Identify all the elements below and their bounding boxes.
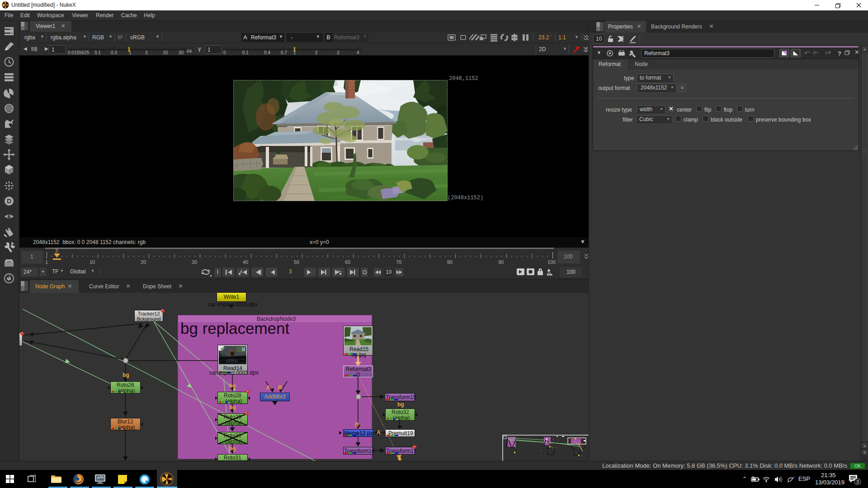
svg-text:70: 70 [396, 259, 401, 265]
svg-text:10: 10 [90, 259, 95, 265]
svg-text:50: 50 [294, 259, 299, 265]
svg-text:40: 40 [243, 259, 248, 265]
svg-text:3: 3 [337, 50, 340, 55]
svg-text:?: ? [838, 50, 841, 57]
svg-text:0.7: 0.7 [281, 50, 287, 55]
svg-text:20: 20 [141, 259, 146, 265]
svg-text:60: 60 [345, 259, 350, 265]
svg-text:0: 0 [223, 50, 226, 55]
svg-text:10: 10 [163, 50, 168, 55]
svg-text:100: 100 [547, 259, 556, 265]
svg-text:30: 30 [179, 50, 184, 55]
svg-text:1: 1 [129, 50, 132, 55]
svg-text:0.4: 0.4 [264, 50, 270, 55]
svg-text:30: 30 [192, 259, 197, 265]
svg-text:4: 4 [357, 50, 359, 55]
svg-text:3: 3 [55, 248, 58, 253]
svg-text:80: 80 [447, 259, 453, 265]
svg-text:1: 1 [45, 259, 48, 265]
svg-text:0.1: 0.1 [242, 50, 249, 55]
svg-text:0.1: 0.1 [94, 50, 101, 55]
svg-text:3: 3 [145, 50, 148, 55]
svg-text:0.3: 0.3 [111, 50, 117, 55]
svg-text:O: O [363, 269, 367, 276]
svg-text:3: 3 [856, 479, 859, 484]
svg-text:90: 90 [498, 259, 504, 265]
svg-text:2: 2 [315, 50, 318, 55]
svg-text:0.0155625: 0.0155625 [68, 50, 90, 55]
svg-text:D: D [7, 197, 11, 205]
svg-text:1: 1 [293, 50, 296, 55]
